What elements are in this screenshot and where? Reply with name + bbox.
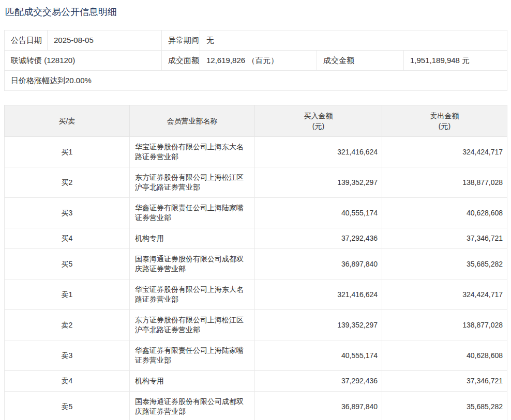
side-cell: 卖2 xyxy=(5,310,130,340)
sell-amount-cell: 138,877,028 xyxy=(382,310,507,340)
branch-cell: 华鑫证券有限责任公司上海陆家嘴证券营业部 xyxy=(130,198,255,228)
turnover-label: 成交金额 xyxy=(317,51,404,71)
info-row-date: 公告日期 2025-08-05 异常期间 无 xyxy=(5,30,507,51)
buy-amount-cell: 40,555,174 xyxy=(255,340,382,371)
announce-date-label: 公告日期 xyxy=(5,30,48,51)
column-header-sell: 卖出金额 (元) xyxy=(382,105,507,137)
branch-cell: 机构专用 xyxy=(130,371,255,392)
security-name: 联诚转债 (128120) xyxy=(5,51,162,71)
buy-amount-cell: 40,555,174 xyxy=(255,198,382,228)
sell-amount-cell: 138,877,028 xyxy=(382,167,507,198)
sell-amount-cell: 35,685,282 xyxy=(382,392,507,420)
side-cell: 卖3 xyxy=(5,340,130,371)
branch-cell: 华鑫证券有限责任公司上海陆家嘴证券营业部 xyxy=(130,340,255,371)
table-row: 买3 华鑫证券有限责任公司上海陆家嘴证券营业部 40,555,174 40,62… xyxy=(5,198,507,228)
side-cell: 卖4 xyxy=(5,371,130,392)
table-row: 买4 机构专用 37,292,436 37,346,721 xyxy=(5,228,507,249)
column-header-branch: 会员营业部名称 xyxy=(130,105,255,137)
buy-amount-header-text: 买入金额 xyxy=(259,111,378,121)
summary-info-table: 公告日期 2025-08-05 异常期间 无 联诚转债 (128120) 成交面… xyxy=(4,30,507,91)
buy-amount-cell: 139,352,297 xyxy=(255,310,382,340)
sell-amount-cell: 37,346,721 xyxy=(382,228,507,249)
side-cell: 买4 xyxy=(5,228,130,249)
face-amount-value: 12,619,826 （百元） xyxy=(200,51,317,71)
table-row: 买5 国泰海通证券股份有限公司成都双庆路证券营业部 36,897,840 35,… xyxy=(5,249,507,279)
branch-cell: 东方证券股份有限公司上海松江区沪亭北路证券营业部 xyxy=(130,310,255,340)
buy-amount-cell: 37,292,436 xyxy=(255,371,382,392)
branch-cell: 机构专用 xyxy=(130,228,255,249)
buy-amount-cell: 139,352,297 xyxy=(255,167,382,198)
side-cell: 买3 xyxy=(5,198,130,228)
buy-amount-unit: (元) xyxy=(259,121,378,131)
info-row-security: 联诚转债 (128120) 成交面额 12,619,826 （百元） 成交金额 … xyxy=(5,51,507,71)
abnormal-period-value: 无 xyxy=(200,30,507,51)
sell-amount-unit: (元) xyxy=(386,121,503,131)
column-header-buy: 买入金额 (元) xyxy=(255,105,382,137)
table-row: 卖1 华宝证券股份有限公司上海东大名路证券营业部 321,416,624 324… xyxy=(5,279,507,310)
buy-amount-cell: 321,416,624 xyxy=(255,137,382,167)
branch-cell: 华宝证券股份有限公司上海东大名路证券营业部 xyxy=(130,279,255,310)
sell-amount-cell: 37,346,721 xyxy=(382,371,507,392)
side-cell: 买5 xyxy=(5,249,130,279)
branch-cell: 华宝证券股份有限公司上海东大名路证券营业部 xyxy=(130,137,255,167)
side-cell: 卖1 xyxy=(5,279,130,310)
sell-amount-cell: 324,424,717 xyxy=(382,279,507,310)
buy-amount-cell: 37,292,436 xyxy=(255,228,382,249)
side-cell: 卖5 xyxy=(5,392,130,420)
sell-amount-cell: 35,685,282 xyxy=(382,249,507,279)
table-row: 卖3 华鑫证券有限责任公司上海陆家嘴证券营业部 40,555,174 40,62… xyxy=(5,340,507,371)
table-row: 买2 东方证券股份有限公司上海松江区沪亭北路证券营业部 139,352,297 … xyxy=(5,167,507,198)
branch-cell: 国泰海通证券股份有限公司成都双庆路证券营业部 xyxy=(130,249,255,279)
branch-cell: 东方证券股份有限公司上海松江区沪亭北路证券营业部 xyxy=(130,167,255,198)
buy-amount-cell: 321,416,624 xyxy=(255,279,382,310)
abnormal-period-label: 异常期间 xyxy=(162,30,200,51)
turnover-value: 1,951,189,948 元 xyxy=(404,51,507,71)
sell-amount-header-text: 卖出金额 xyxy=(386,111,503,121)
trade-detail-table: 买/卖 会员营业部名称 买入金额 (元) 卖出金额 (元) 买1 华宝证券股份有… xyxy=(4,105,507,420)
page-title: 匹配成交交易公开信息明细 xyxy=(5,7,511,17)
table-header-row: 买/卖 会员营业部名称 买入金额 (元) 卖出金额 (元) xyxy=(5,105,507,137)
table-row: 卖5 国泰海通证券股份有限公司成都双庆路证券营业部 36,897,840 35,… xyxy=(5,392,507,420)
announce-date-value: 2025-08-05 xyxy=(48,30,162,51)
branch-cell: 国泰海通证券股份有限公司成都双庆路证券营业部 xyxy=(130,392,255,420)
buy-amount-cell: 36,897,840 xyxy=(255,392,382,420)
table-row: 买1 华宝证券股份有限公司上海东大名路证券营业部 321,416,624 324… xyxy=(5,137,507,167)
column-header-side: 买/卖 xyxy=(5,105,130,137)
info-row-note: 日价格涨幅达到20.00% xyxy=(5,71,507,91)
face-amount-label: 成交面额 xyxy=(162,51,200,71)
table-row: 卖4 机构专用 37,292,436 37,346,721 xyxy=(5,371,507,392)
sell-amount-cell: 324,424,717 xyxy=(382,137,507,167)
side-cell: 买2 xyxy=(5,167,130,198)
price-change-note: 日价格涨幅达到20.00% xyxy=(5,71,507,91)
page: 匹配成交交易公开信息明细 公告日期 2025-08-05 异常期间 无 联诚转债… xyxy=(0,7,511,420)
sell-amount-cell: 40,628,608 xyxy=(382,340,507,371)
sell-amount-cell: 40,628,608 xyxy=(382,198,507,228)
side-cell: 买1 xyxy=(5,137,130,167)
table-row: 卖2 东方证券股份有限公司上海松江区沪亭北路证券营业部 139,352,297 … xyxy=(5,310,507,340)
buy-amount-cell: 36,897,840 xyxy=(255,249,382,279)
